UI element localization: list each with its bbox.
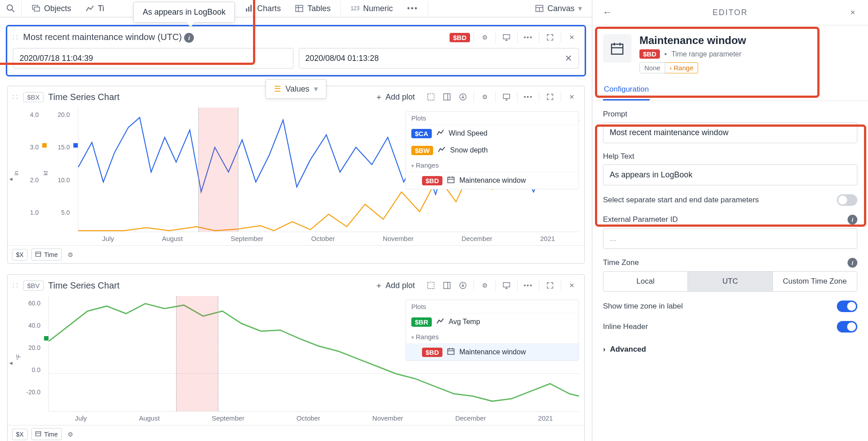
add-plot-button[interactable]: ＋Add plot xyxy=(370,280,419,291)
close-icon[interactable]: ✕ xyxy=(565,278,579,293)
y-unit-right: kt xyxy=(42,171,49,175)
present-icon[interactable] xyxy=(499,278,514,293)
show-tz-toggle[interactable] xyxy=(837,301,857,312)
legend-row-maint[interactable]: $BDMaintenance window xyxy=(406,344,579,361)
crumb-none[interactable]: None xyxy=(639,62,665,73)
svg-rect-16 xyxy=(428,94,434,100)
end-date-input[interactable]: 2020/08/04 01:13:28✕ xyxy=(299,48,579,68)
panel-icon[interactable] xyxy=(440,90,454,104)
close-icon[interactable]: ✕ xyxy=(565,30,579,44)
drag-handle-icon[interactable]: ⸬ xyxy=(13,33,19,41)
ranges-header: ▾Ranges xyxy=(406,159,579,172)
values-dropdown[interactable]: ☰ Values ▾ xyxy=(265,79,326,99)
svg-rect-7 xyxy=(296,5,303,12)
x-badge[interactable]: $X xyxy=(12,249,28,261)
gear-icon[interactable]: ⚙ xyxy=(65,429,76,440)
bar-chart-icon xyxy=(245,4,253,13)
svg-rect-3 xyxy=(34,7,40,11)
param-type: Time range parameter xyxy=(671,50,742,58)
calendar-icon xyxy=(447,347,455,357)
select-icon[interactable] xyxy=(424,278,438,293)
tab-configuration[interactable]: Configuration xyxy=(603,80,650,100)
chart-line-icon xyxy=(85,4,94,13)
gear-icon[interactable]: ⚙ xyxy=(65,249,76,260)
collapse-left-icon[interactable]: ◂ xyxy=(8,354,14,372)
clear-icon[interactable]: ✕ xyxy=(565,53,572,64)
info-icon[interactable]: i xyxy=(848,215,857,225)
objects-button[interactable]: Objects xyxy=(25,0,77,17)
bv-badge: $BV xyxy=(23,281,44,291)
info-icon[interactable]: i xyxy=(848,258,857,268)
download-icon[interactable] xyxy=(456,278,470,293)
plots-header: Plots xyxy=(406,300,579,313)
advanced-section[interactable]: › Advanced xyxy=(603,341,857,354)
chart1-plot-area[interactable]: ◂ in 4.0 3.0 2.0 1.0 kt 20.0 15.0 10.0 5… xyxy=(8,108,584,232)
chart2-plot-area[interactable]: ◂ °F 60.0 40.0 20.0 0.0 -20.0 xyxy=(8,296,584,412)
chart2-legend: Plots $BRAvg Temp ▾Ranges $BDMaintenance… xyxy=(406,300,579,361)
legend-row-temp[interactable]: $BRAvg Temp xyxy=(406,313,579,330)
numeric-button[interactable]: 123Numeric xyxy=(344,0,399,17)
canvas-dropdown[interactable]: Canvas▾ xyxy=(529,0,588,17)
present-icon[interactable] xyxy=(499,90,514,104)
search-icon[interactable] xyxy=(4,1,18,16)
drag-handle-icon[interactable]: ⸬ xyxy=(13,93,19,101)
more-button[interactable]: ••• xyxy=(401,0,424,17)
drag-handle-icon[interactable]: ⸬ xyxy=(13,281,19,289)
separate-dates-toggle[interactable] xyxy=(837,194,857,206)
gear-icon[interactable]: ⚙ xyxy=(478,30,492,44)
gear-icon[interactable]: ⚙ xyxy=(478,90,492,104)
tz-utc[interactable]: UTC xyxy=(688,272,772,291)
svg-rect-4 xyxy=(246,8,247,12)
card-title: Most recent maintenance window (UTC) i xyxy=(23,32,445,43)
plus-icon: ＋ xyxy=(375,92,383,102)
maintenance-window-card[interactable]: ⸬ Most recent maintenance window (UTC) i… xyxy=(7,26,585,75)
ext-param-label: External Parameter IDi xyxy=(603,215,857,225)
crumb-range[interactable]: › Range xyxy=(665,62,698,73)
close-icon[interactable]: ✕ xyxy=(846,5,860,20)
calendar-icon xyxy=(35,430,41,438)
more-icon[interactable]: ••• xyxy=(521,30,535,44)
tz-label: Time Zonei xyxy=(603,258,857,268)
chevron-down-icon[interactable]: ▾ xyxy=(411,334,414,341)
expand-icon[interactable] xyxy=(543,30,557,44)
add-plot-button[interactable]: ＋Add plot xyxy=(370,92,419,102)
more-icon[interactable]: ••• xyxy=(521,278,535,293)
legend-row-wind[interactable]: $CAWind Speed xyxy=(406,125,579,142)
expand-icon[interactable] xyxy=(543,90,557,104)
charts-button[interactable]: Charts xyxy=(238,0,287,17)
ext-param-input[interactable] xyxy=(603,228,857,249)
chevron-down-icon[interactable]: ▾ xyxy=(411,163,414,169)
svg-rect-24 xyxy=(448,177,454,183)
gear-icon[interactable]: ⚙ xyxy=(478,278,492,293)
panel-icon[interactable] xyxy=(440,278,454,293)
prompt-input[interactable] xyxy=(603,122,857,143)
calendar-icon xyxy=(447,176,455,185)
info-icon[interactable]: i xyxy=(184,33,194,43)
plus-icon: ＋ xyxy=(375,280,383,291)
inline-header-toggle[interactable] xyxy=(837,321,857,333)
expand-icon[interactable] xyxy=(543,278,557,293)
more-icon[interactable]: ••• xyxy=(521,90,535,104)
start-date-input[interactable]: 2020/07/18 11:04:39 xyxy=(13,48,293,68)
time-button[interactable]: Time xyxy=(31,428,62,440)
chart1-legend: Plots $CAWind Speed $BWSnow depth ▾Range… xyxy=(406,111,579,189)
tables-button[interactable]: Tables xyxy=(289,0,337,17)
legend-row-snow[interactable]: $BWSnow depth xyxy=(406,142,579,159)
tz-custom[interactable]: Custom Time Zone xyxy=(773,272,857,291)
present-icon[interactable] xyxy=(499,30,514,44)
help-input[interactable] xyxy=(603,164,857,185)
x-badge[interactable]: $X xyxy=(12,429,28,440)
help-label: Help Text xyxy=(603,152,857,161)
y-unit-left: in xyxy=(13,171,20,175)
svg-rect-21 xyxy=(503,94,510,99)
download-icon[interactable] xyxy=(456,90,470,104)
select-icon[interactable] xyxy=(424,90,438,104)
legend-row-maint[interactable]: $BDMaintenance window xyxy=(406,172,579,189)
time-button[interactable]: Time xyxy=(31,249,62,261)
tz-local[interactable]: Local xyxy=(603,272,688,291)
ti-button[interactable]: Ti xyxy=(79,0,110,17)
close-icon[interactable]: ✕ xyxy=(565,90,579,104)
back-icon[interactable]: ← xyxy=(600,5,615,20)
breadcrumb: None › Range xyxy=(639,62,746,73)
show-tz-label: Show time zone in label xyxy=(603,302,683,311)
